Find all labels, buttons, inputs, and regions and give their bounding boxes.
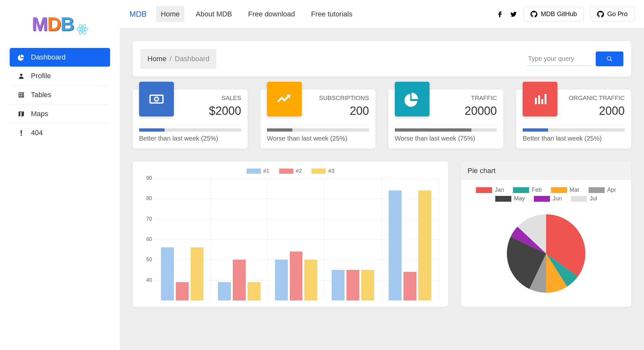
pie-legend-item[interactable]: Jul [571, 195, 597, 202]
bar [332, 270, 345, 300]
svg-rect-8 [538, 95, 540, 104]
topnav-link-about-mdb[interactable]: About MDB [191, 6, 237, 22]
breadcrumb-home[interactable]: Home [147, 55, 166, 63]
svg-point-0 [20, 74, 22, 76]
stat-progress [139, 128, 241, 132]
y-axis-tick: 90 [142, 175, 152, 181]
sidebar-item-404[interactable]: 404 [10, 124, 110, 142]
topnav-link-free-tutorials[interactable]: Free tutorials [307, 6, 357, 22]
bar-group [382, 178, 439, 300]
bar-legend-item[interactable]: #1 [247, 168, 270, 174]
svg-rect-2 [21, 135, 22, 136]
topnav-link-home[interactable]: Home [156, 6, 184, 22]
stat-trend: Worse than last week (75%) [395, 135, 497, 142]
stat-value: $2000 [209, 104, 241, 118]
github-icon [530, 11, 537, 18]
stat-card-traffic: TRAFFIC 20000 Worse than last week (75%) [388, 89, 503, 149]
pie-legend-item[interactable]: Jan [476, 187, 504, 193]
topnav-link-free-download[interactable]: Free download [244, 6, 300, 22]
stat-label: TRAFFIC [465, 95, 497, 102]
svg-rect-9 [541, 99, 543, 104]
svg-point-6 [155, 97, 158, 101]
brand-logo: MDB [10, 6, 110, 48]
bar-legend-item[interactable]: #3 [311, 168, 334, 174]
pie-chart-card: Pie chart JanFebMarAprMayJunJul [461, 161, 631, 307]
sidebar-item-label: Tables [31, 91, 52, 99]
stat-trend: Better than last week (25%) [139, 135, 241, 142]
github-button-label: MDB GitHub [541, 10, 577, 18]
stat-card-organic-traffic: ORGANIC TRAFFIC 2000 Better than last we… [516, 89, 631, 149]
facebook-icon[interactable] [497, 11, 504, 18]
brand-link[interactable]: MDB [129, 10, 147, 19]
chart-pie-icon [16, 54, 26, 61]
pie-legend-item[interactable]: Apr [589, 187, 616, 193]
sidebar-item-label: Maps [31, 110, 48, 118]
bar [418, 190, 431, 300]
stat-card-subscriptions: SUBSCRIPTIONS 200 Worse than last week (… [260, 89, 375, 149]
breadcrumb-current: Dashboard [175, 55, 210, 63]
stat-progress [395, 128, 497, 132]
stat-trend: Better than last week (25%) [523, 135, 625, 142]
gopro-button[interactable]: Go Pro [590, 7, 634, 21]
pie-legend-item[interactable]: Mar [551, 187, 580, 193]
bar-group [325, 178, 382, 300]
bar [218, 282, 231, 300]
sidebar-item-maps[interactable]: Maps [10, 105, 110, 124]
twitter-icon[interactable] [510, 11, 517, 18]
bar [191, 247, 204, 300]
bar [403, 272, 416, 300]
search-button[interactable] [596, 51, 623, 66]
react-icon [77, 23, 88, 35]
stat-label: ORGANIC TRAFFIC [569, 95, 625, 102]
sidebar-item-label: Profile [31, 72, 51, 80]
bar-chart-icon [523, 82, 557, 116]
exclaim-icon [16, 129, 26, 136]
search-icon [606, 56, 613, 62]
chart-pie-icon [395, 82, 430, 116]
svg-rect-1 [21, 130, 22, 134]
bar-legend-item[interactable]: #2 [279, 168, 302, 174]
stat-value: 2000 [569, 104, 625, 118]
pie-legend-item[interactable]: Jun [534, 195, 562, 202]
sidebar-item-tables[interactable]: Tables [10, 86, 110, 105]
bar [290, 252, 303, 300]
bar-group [211, 178, 268, 300]
y-axis-tick: 70 [142, 216, 152, 222]
pie-chart-title: Pie chart [461, 161, 631, 180]
svg-rect-10 [545, 94, 546, 104]
breadcrumb-separator: / [170, 55, 172, 63]
y-axis-tick: 60 [142, 236, 152, 242]
breadcrumb: Home / Dashboard [140, 49, 216, 69]
bar [161, 247, 174, 300]
bar [346, 270, 359, 300]
stat-value: 200 [319, 104, 369, 118]
breadcrumb-card: Home / Dashboard [133, 41, 631, 77]
trend-line-icon [267, 82, 302, 116]
bar [275, 260, 288, 300]
money-bill-icon [139, 82, 174, 116]
sidebar-item-label: Dashboard [31, 53, 66, 61]
bar-chart-card: #1#2#3 908070605040 [133, 161, 448, 307]
sidebar-item-dashboard[interactable]: Dashboard [10, 48, 110, 67]
topbar: MDB HomeAbout MDBFree downloadFree tutor… [120, 0, 644, 28]
table-icon [16, 91, 26, 98]
y-axis-tick: 80 [142, 196, 152, 201]
sidebar: MDB DashboardProfileTablesMaps404 [0, 0, 120, 350]
search-input[interactable] [527, 52, 591, 66]
pie-chart-legend: JanFebMarAprMayJunJul [468, 187, 625, 202]
bar [304, 260, 317, 300]
pie-legend-item[interactable]: May [495, 195, 525, 202]
github-button[interactable]: MDB GitHub [524, 7, 583, 21]
stat-progress [267, 128, 369, 132]
sidebar-item-label: 404 [31, 129, 43, 137]
pie-legend-item[interactable]: Feb [513, 187, 542, 193]
svg-point-3 [607, 57, 611, 60]
bar [233, 260, 246, 300]
sidebar-item-profile[interactable]: Profile [10, 67, 110, 86]
stat-card-sales: SALES $2000 Better than last week (25%) [133, 89, 248, 149]
bar [176, 282, 189, 300]
svg-rect-5 [150, 95, 163, 103]
github-icon [597, 11, 604, 18]
stat-label: SUBSCRIPTIONS [319, 95, 369, 102]
bar-chart: 908070605040 [154, 178, 439, 300]
